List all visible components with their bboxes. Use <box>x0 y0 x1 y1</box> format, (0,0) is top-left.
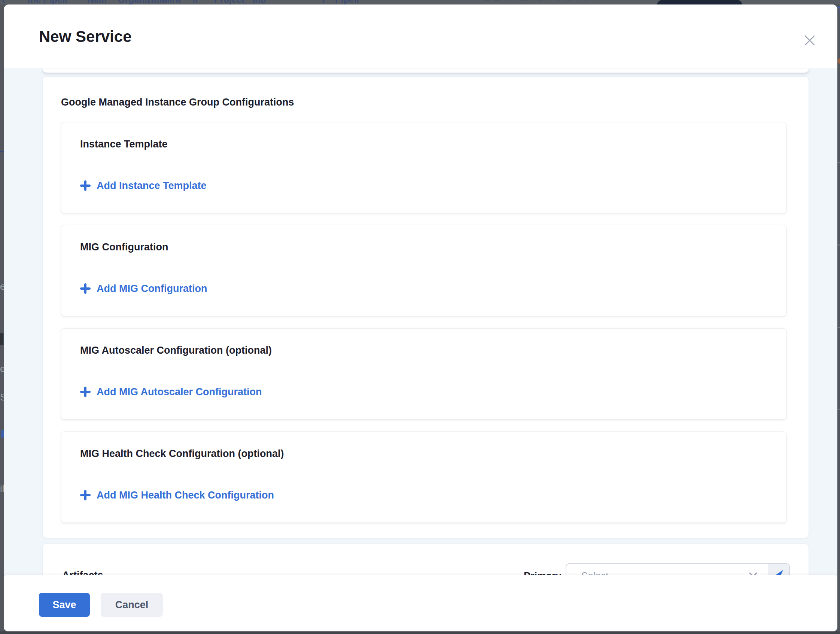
background-text-fragment: Organizatio <box>118 0 167 4</box>
background-text-fragment: S <box>0 392 4 402</box>
mig-health-check-card: MIG Health Check Configuration (optional… <box>61 432 786 523</box>
card-title: MIG Configuration <box>80 241 168 254</box>
dimmed-background-right: Tie–––– <box>837 5 840 631</box>
background-text-fragment: t <box>2 0 5 4</box>
save-button[interactable]: Save <box>39 593 90 617</box>
add-mig-autoscaler-link[interactable]: Add MIG Autoscaler Configuration <box>79 385 262 399</box>
background-text-fragment: Nam <box>87 0 107 4</box>
card-title: Instance Template <box>80 138 168 151</box>
background-text-fragment: – <box>837 322 840 331</box>
card-title: MIG Health Check Configuration (optional… <box>80 448 284 461</box>
add-link-label: Add MIG Configuration <box>96 284 207 294</box>
chevron-down-icon <box>749 572 757 575</box>
card-title: MIG Autoscaler Configuration (optional) <box>80 344 272 357</box>
background-text-fragment: ▌ <box>0 334 4 344</box>
background-text-fragment: – <box>837 240 840 249</box>
add-link-label: Add MIG Health Check Configuration <box>96 490 274 500</box>
background-text-fragment: e <box>0 364 4 374</box>
background-text-fragment: e <box>0 281 4 291</box>
mig-section-heading: Google Managed Instance Group Configurat… <box>61 96 294 109</box>
background-text-fragment: Infra <box>161 0 181 4</box>
add-link-label: Add MIG Autoscaler Configuration <box>96 387 262 397</box>
plus-icon <box>79 180 92 192</box>
runtime-input-button[interactable] <box>768 564 789 575</box>
close-button[interactable] <box>801 32 819 49</box>
mig-autoscaler-card: MIG Autoscaler Configuration (optional) … <box>61 328 786 420</box>
dimmed-background-left: —e▌eS▮il <box>0 5 4 631</box>
scrolled-card-sliver <box>43 68 808 73</box>
plus-icon <box>79 282 92 295</box>
background-text-fragment: – <box>837 157 840 167</box>
instance-template-card: Instance Template Add Instance Template <box>61 122 786 213</box>
close-icon <box>803 34 816 47</box>
modal-header: New Service <box>4 5 837 68</box>
background-text-fragment: — <box>0 146 4 156</box>
primary-artifact-label: Primary <box>524 570 562 575</box>
paper-plane-icon <box>773 568 785 575</box>
artifacts-heading: Artifacts <box>62 569 103 575</box>
background-text-fragment: ▮ <box>0 428 4 438</box>
background-text-fragment: Project <box>214 0 245 4</box>
artifacts-panel: Artifacts Primary - Select <box>43 544 808 575</box>
dimmed-background-top: PIPELINE STUDIO tthe PipeliNamOrganizati… <box>0 0 840 5</box>
background-text-fragment: Pipeli <box>335 0 359 4</box>
background-text-fragment: il <box>0 484 4 493</box>
background-text-fragment: Ti <box>837 5 840 15</box>
page-title: New Service <box>39 28 132 46</box>
new-service-modal: New Service Google Managed Instance Grou… <box>4 5 837 631</box>
background-text-fragment: It <box>193 0 198 4</box>
primary-artifact-select[interactable]: - Select <box>566 564 768 575</box>
background-text-fragment: Inb <box>252 0 266 4</box>
add-mig-health-check-link[interactable]: Add MIG Health Check Configuration <box>79 488 274 502</box>
background-text-fragment: the Pipeli <box>27 0 67 4</box>
background-text-fragment: – <box>837 404 840 414</box>
add-link-label: Add Instance Template <box>96 181 207 191</box>
background-text-fragment: t <box>322 0 325 4</box>
select-placeholder: - Select <box>575 570 608 575</box>
modal-footer: Save Cancel <box>4 575 837 631</box>
modal-scroll-body: Google Managed Instance Group Configurat… <box>4 68 837 575</box>
background-logo-shape <box>657 0 742 5</box>
add-instance-template-link[interactable]: Add Instance Template <box>79 178 207 193</box>
background-pipeline-studio-text: PIPELINE STUDIO <box>458 0 593 2</box>
cancel-button[interactable]: Cancel <box>101 593 163 617</box>
mig-configurations-panel: Google Managed Instance Group Configurat… <box>43 77 808 538</box>
add-mig-configuration-link[interactable]: Add MIG Configuration <box>79 281 207 296</box>
primary-artifact-select-group: - Select <box>565 563 790 575</box>
mig-configuration-card: MIG Configuration Add MIG Configuration <box>61 225 786 316</box>
plus-icon <box>79 489 92 501</box>
background-text-fragment: e <box>837 55 840 65</box>
dimmed-background-bottom <box>0 631 840 634</box>
plus-icon <box>79 386 92 398</box>
